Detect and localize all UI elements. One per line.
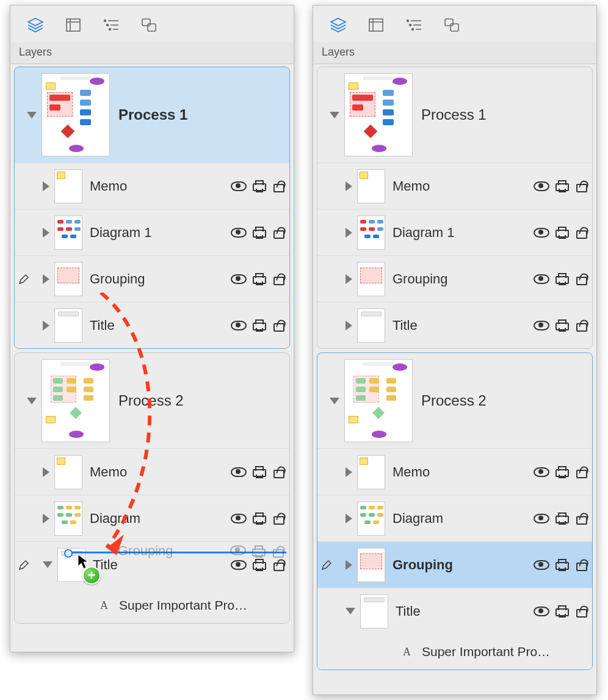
disclosure-right-icon[interactable] — [346, 560, 352, 570]
disclosure-right-icon[interactable] — [346, 274, 352, 284]
visibility-icon[interactable] — [231, 181, 247, 191]
layer-row-grouping[interactable]: Grouping — [15, 255, 289, 302]
visibility-icon[interactable] — [534, 607, 549, 616]
layer-row-grouping[interactable]: Grouping — [317, 541, 592, 588]
disclosure-right-icon[interactable] — [43, 228, 49, 238]
layer-label: Memo — [393, 178, 534, 194]
layer-row-memo[interactable]: Memo — [15, 162, 289, 209]
selection-tab-icon[interactable] — [140, 16, 158, 34]
print-icon[interactable] — [556, 605, 569, 618]
layer-row-title[interactable]: Title — [317, 588, 592, 634]
visibility-icon[interactable] — [534, 274, 549, 284]
canvas-row-process2[interactable]: Process 2 — [317, 353, 592, 448]
visibility-icon[interactable] — [231, 514, 247, 523]
print-icon[interactable] — [556, 180, 569, 192]
layer-row-diagram[interactable]: Diagram — [15, 495, 289, 541]
print-icon[interactable] — [253, 559, 266, 571]
layer-row-memo[interactable]: Memo — [317, 162, 592, 209]
canvas-row-process2[interactable]: Process 2 — [15, 353, 289, 448]
text-item-row[interactable]: A Super Important Pro… — [15, 588, 289, 623]
unlock-icon[interactable] — [575, 319, 587, 332]
canvas-label: Process 2 — [421, 392, 487, 409]
disclosure-down-icon[interactable] — [43, 561, 52, 568]
visibility-icon[interactable] — [534, 514, 549, 523]
print-icon[interactable] — [556, 273, 569, 285]
unlock-icon[interactable] — [272, 512, 284, 525]
layers-tab-icon[interactable] — [329, 16, 347, 34]
disclosure-down-icon[interactable] — [330, 112, 339, 118]
visibility-icon[interactable] — [534, 560, 549, 570]
visibility-icon[interactable] — [231, 228, 247, 238]
layer-thumbnail — [54, 308, 82, 343]
panel-tabs — [10, 5, 294, 42]
layer-row-title[interactable]: Title — [15, 302, 289, 348]
visibility-icon[interactable] — [534, 181, 549, 191]
disclosure-right-icon[interactable] — [346, 321, 352, 330]
unlock-icon[interactable] — [272, 273, 284, 285]
disclosure-right-icon[interactable] — [346, 181, 352, 191]
disclosure-right-icon[interactable] — [43, 321, 49, 330]
print-icon[interactable] — [556, 512, 569, 525]
disclosure-right-icon[interactable] — [346, 228, 352, 238]
print-icon[interactable] — [253, 227, 266, 239]
print-icon[interactable] — [556, 466, 569, 478]
unlock-icon[interactable] — [272, 180, 284, 192]
print-icon[interactable] — [253, 273, 266, 285]
disclosure-right-icon[interactable] — [43, 514, 49, 523]
layer-label: Title — [393, 318, 534, 334]
print-icon[interactable] — [556, 319, 569, 332]
canvas-thumbnail — [42, 359, 110, 442]
outline-tab-icon[interactable] — [102, 16, 120, 34]
layer-row-memo[interactable]: Memo — [317, 448, 592, 495]
unlock-icon[interactable] — [575, 227, 587, 239]
layers-tab-icon[interactable] — [26, 16, 45, 34]
unlock-icon[interactable] — [575, 512, 587, 525]
unlock-icon[interactable] — [272, 319, 284, 332]
canvas-row-process1[interactable]: Process 1 — [317, 67, 592, 162]
unlock-icon[interactable] — [575, 605, 587, 618]
layer-row-title[interactable]: Title — [317, 302, 592, 348]
unlock-icon[interactable] — [272, 466, 284, 478]
disclosure-down-icon[interactable] — [330, 398, 339, 404]
layer-row-diagram1[interactable]: Diagram 1 — [317, 209, 592, 255]
visibility-icon[interactable] — [534, 467, 549, 477]
text-item-row[interactable]: A Super Important Pro… — [317, 634, 592, 669]
print-icon[interactable] — [253, 512, 266, 525]
unlock-icon[interactable] — [272, 559, 284, 571]
disclosure-down-icon[interactable] — [346, 608, 355, 614]
print-icon[interactable] — [556, 227, 569, 239]
visibility-icon[interactable] — [231, 321, 247, 330]
visibility-icon[interactable] — [231, 560, 247, 570]
visibility-icon[interactable] — [534, 321, 549, 330]
unlock-icon[interactable] — [272, 227, 284, 239]
print-icon[interactable] — [253, 319, 266, 332]
print-icon[interactable] — [253, 180, 266, 192]
outline-tab-icon[interactable] — [405, 16, 423, 34]
print-icon[interactable] — [253, 466, 266, 478]
unlock-icon[interactable] — [575, 559, 587, 571]
print-icon[interactable] — [556, 559, 569, 571]
canvas-row-process1[interactable]: Process 1 — [15, 67, 289, 162]
canvases-tab-icon[interactable] — [64, 16, 82, 34]
pencil-icon — [17, 274, 31, 285]
unlock-icon[interactable] — [575, 273, 587, 285]
disclosure-down-icon[interactable] — [27, 112, 37, 118]
unlock-icon[interactable] — [575, 466, 587, 478]
visibility-icon[interactable] — [534, 228, 549, 238]
layer-row-memo[interactable]: Memo — [15, 448, 289, 495]
disclosure-right-icon[interactable] — [346, 514, 352, 523]
visibility-icon[interactable] — [231, 274, 247, 284]
selection-tab-icon[interactable] — [443, 16, 461, 34]
disclosure-down-icon[interactable] — [27, 398, 37, 404]
layer-row-grouping[interactable]: Grouping — [317, 255, 592, 302]
layer-row-diagram1[interactable]: Diagram 1 — [15, 209, 289, 255]
layer-row-diagram[interactable]: Diagram — [317, 495, 592, 541]
disclosure-right-icon[interactable] — [43, 181, 49, 191]
disclosure-right-icon[interactable] — [43, 467, 49, 477]
visibility-icon[interactable] — [231, 467, 247, 477]
unlock-icon[interactable] — [575, 180, 587, 192]
svg-point-6 — [107, 24, 109, 26]
disclosure-right-icon[interactable] — [43, 274, 49, 284]
disclosure-right-icon[interactable] — [346, 467, 352, 477]
canvases-tab-icon[interactable] — [367, 16, 385, 34]
